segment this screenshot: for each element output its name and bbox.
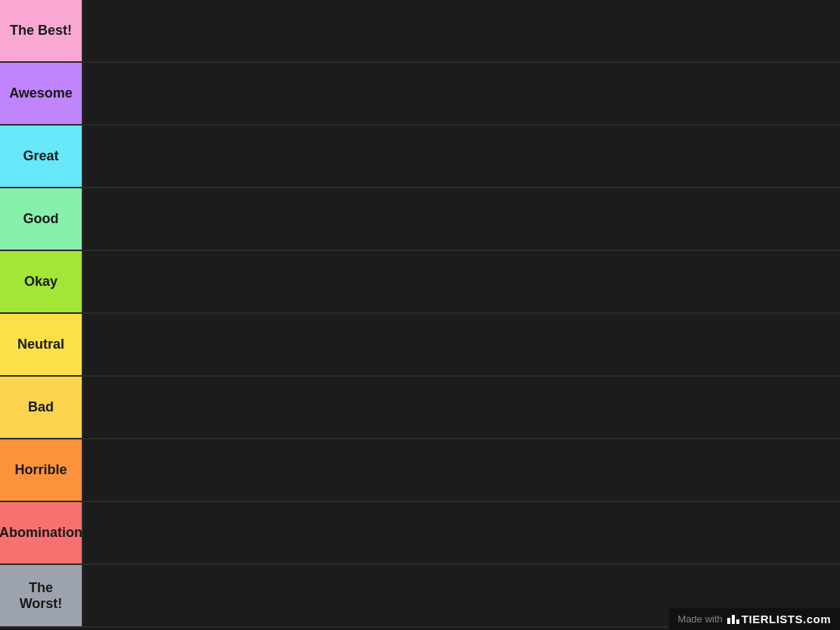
tier-content-horrible[interactable] [82, 439, 840, 501]
tier-label-okay: Okay [0, 251, 82, 312]
footer: Made with TIERLISTS.com [669, 608, 840, 630]
tier-content-okay[interactable] [82, 251, 840, 312]
tier-label-horrible: Horrible [0, 439, 82, 501]
tier-label-great: Great [0, 126, 82, 187]
tier-label-abomination: Abomination [0, 502, 82, 563]
footer-made-with-text: Made with [678, 613, 723, 625]
tier-content-neutral[interactable] [82, 314, 840, 375]
tier-content-awesome[interactable] [82, 63, 840, 124]
tier-row-good[interactable]: Good [0, 188, 840, 251]
tier-row-okay[interactable]: Okay [0, 251, 840, 314]
tier-row-neutral[interactable]: Neutral [0, 314, 840, 377]
bar3 [736, 619, 739, 624]
bar1 [727, 618, 730, 624]
footer-bars-icon [727, 615, 739, 624]
tier-list: The Best!AwesomeGreatGoodOkayNeutralBadH… [0, 0, 840, 628]
footer-logo: TIERLISTS.com [727, 613, 831, 625]
tier-row-horrible[interactable]: Horrible [0, 439, 840, 502]
tier-content-bad[interactable] [82, 377, 840, 438]
footer-brand-text: TIERLISTS.com [742, 613, 831, 625]
tier-row-abomination[interactable]: Abomination [0, 502, 840, 565]
bar2 [732, 615, 735, 624]
tier-content-the-best[interactable] [82, 0, 840, 61]
tier-label-the-worst: The Worst! [0, 565, 82, 626]
tier-content-good[interactable] [82, 188, 840, 250]
tier-content-great[interactable] [82, 126, 840, 187]
tier-row-the-best[interactable]: The Best! [0, 0, 840, 63]
tier-label-bad: Bad [0, 377, 82, 438]
tier-label-awesome: Awesome [0, 63, 82, 124]
tier-row-great[interactable]: Great [0, 126, 840, 188]
tier-content-abomination[interactable] [82, 502, 840, 563]
tier-label-good: Good [0, 188, 82, 250]
tier-label-the-best: The Best! [0, 0, 82, 61]
tier-label-neutral: Neutral [0, 314, 82, 375]
tier-row-awesome[interactable]: Awesome [0, 63, 840, 126]
tier-row-bad[interactable]: Bad [0, 377, 840, 439]
